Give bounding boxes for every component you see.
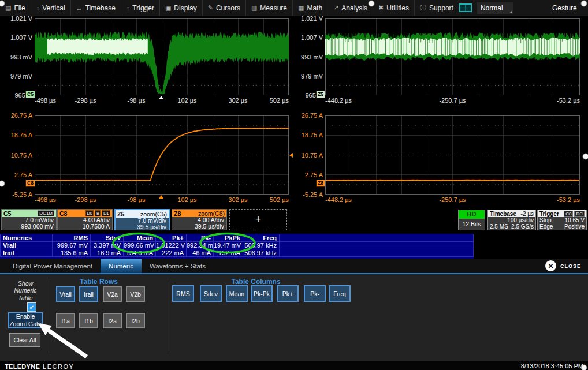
col-button-rms[interactable]: RMS	[172, 285, 194, 302]
clear-all-button[interactable]: Clear All	[9, 333, 40, 347]
trigger-time-marker[interactable]	[159, 96, 163, 99]
tab-digital-power-management[interactable]: Digital Power Management	[0, 259, 101, 273]
hd-label: HD	[459, 210, 485, 219]
close-label: CLOSE	[560, 263, 581, 269]
menu-item-analysis[interactable]: ↗Analysis	[328, 0, 373, 16]
dropdown-caret-icon	[509, 10, 512, 13]
numerics-value: 999.67 mV	[53, 242, 91, 249]
waveform-grid-z8[interactable]	[325, 115, 580, 195]
numerics-value: 506.97 kHz	[243, 242, 280, 249]
descriptor-c5[interactable]: C5DC1M7.0 mV/div-993.000 mV	[1, 209, 57, 230]
descriptor-z8[interactable]: Z8zoom(C8)4.00 A/div39.5 µs/div	[172, 209, 227, 230]
trace-id: C5	[3, 210, 11, 217]
row-button-vrail[interactable]: Vrail	[56, 286, 75, 302]
x-axis-tick: -250.7 µs	[430, 97, 476, 104]
menu-item-label: Analysis	[341, 4, 367, 12]
menu-item-label: Utilities	[386, 4, 409, 12]
descriptor-c8[interactable]: C8D0BD14.00 A/div-10.7500 A	[57, 209, 113, 230]
x-axis-tick: -298 µs	[62, 97, 109, 104]
gesture-label: Gesture	[552, 4, 577, 12]
menu-item-utilities[interactable]: ✖Utilities	[373, 0, 415, 16]
col-button-freq[interactable]: Freq	[329, 285, 351, 302]
col-button-pk-pk[interactable]: Pk-Pk	[251, 285, 273, 302]
row-button-v2a[interactable]: V2a	[103, 286, 122, 302]
waveform-grid-c8[interactable]	[35, 115, 289, 195]
timebase-scale: 100 µs/div	[507, 217, 534, 223]
col-button-mean[interactable]: Mean	[226, 285, 248, 302]
y-axis-tick: 1.007 V	[291, 34, 323, 41]
numerics-value: 134.6 mA	[124, 249, 156, 257]
numerics-col-header: Freq	[243, 234, 280, 242]
trigger-time-marker[interactable]	[159, 195, 163, 199]
descriptor-body: 4.00 A/div-10.7500 A	[58, 217, 112, 230]
show-numeric-table-checkbox[interactable]: ✔	[27, 302, 36, 312]
timebase-samples: 2.5 MS	[490, 223, 508, 230]
numerics-col-header: Pk+	[156, 234, 187, 242]
y-axis-tick: -5.25 A	[0, 191, 32, 198]
close-button[interactable]: ✕ CLOSE	[545, 259, 588, 273]
x-axis-tick: -98 µs	[113, 196, 159, 203]
trace-badge-z5[interactable]: Z5	[316, 91, 325, 98]
waveform-grid-z5[interactable]	[325, 18, 580, 95]
descriptor-z5[interactable]: Z5zoom(C5)7.0 mV/div39.5 µs/div	[114, 209, 170, 230]
support-icon: ⓘ	[420, 3, 426, 12]
trigger-coupling-badge: DC	[574, 211, 585, 217]
row-button-i1a[interactable]: I1a	[56, 313, 75, 328]
row-button-i1b[interactable]: I1b	[79, 313, 98, 328]
section-divider	[168, 279, 168, 353]
tab-waveforms-stats[interactable]: Waveforms + Stats	[142, 259, 214, 273]
x-axis-tick: 502 µs	[243, 97, 289, 104]
probe-badge: B	[95, 210, 101, 216]
probe-badge: D1	[102, 210, 110, 216]
x-axis-tick: 102 µs	[164, 196, 210, 203]
timebase-box[interactable]: Timebase -2 µs 100 µs/div 2.5 MS 2.5 GS/…	[487, 210, 536, 230]
col-button-sdev[interactable]: Sdev	[200, 285, 222, 302]
row-button-v2b[interactable]: V2b	[126, 286, 145, 302]
menu-item-display[interactable]: ▣Display	[160, 0, 203, 16]
menu-item-support[interactable]: ⓘSupport	[415, 0, 459, 16]
menu-item-trigger[interactable]: ↑Trigger	[121, 0, 160, 16]
trigger-type: Edge	[539, 223, 553, 230]
numerics-col-header: Pk-	[187, 234, 214, 242]
menu-item-file[interactable]: ▤File	[0, 0, 31, 16]
x-axis-tick: 102 µs	[164, 97, 210, 104]
row-button-i2b[interactable]: I2b	[126, 313, 145, 328]
x-axis-tick: -298 µs	[62, 196, 109, 203]
x-axis-tick: -98 µs	[113, 97, 159, 104]
numerics-row: Irail135.6 mA16.9 mA134.6 mA222 mA46 mA1…	[1, 249, 474, 257]
y-axis-tick: 993 mV	[291, 54, 323, 61]
menu-item-measure[interactable]: ▥Measure	[246, 0, 293, 16]
trigger-slope: Positive	[564, 223, 585, 230]
x-axis-tick: -250.7 µs	[430, 196, 476, 203]
menu-item-label: Display	[174, 4, 196, 12]
add-trace-button[interactable]: +	[229, 209, 287, 230]
trace-badge-c8[interactable]: C8	[25, 180, 35, 187]
hd-mode-box[interactable]: HD 12 Bits	[458, 210, 485, 230]
measure-icon: ▥	[251, 4, 257, 12]
analysis-icon: ↗	[333, 4, 338, 12]
section-divider	[50, 279, 50, 353]
menu-item-vertical[interactable]: ↕Vertical	[31, 0, 71, 16]
col-button-pk-[interactable]: Pk-	[304, 285, 326, 302]
waveform-grid-c5[interactable]	[35, 18, 289, 95]
enable-zoom-gate-button[interactable]: Enable Zoom+Gate	[8, 312, 43, 328]
table-rows-title: Table Rows	[70, 278, 128, 286]
numerics-value: 3.397 mV	[91, 242, 124, 249]
y-axis-tick: 26.75 A	[0, 112, 32, 119]
trace-badge-c5[interactable]: C5	[25, 91, 35, 98]
trigger-box[interactable]: Trigger C8 DC Stop 10.65 V Edge Positive	[537, 210, 587, 230]
menu-item-cursors[interactable]: ✎Cursors	[203, 0, 246, 16]
menu-item-label: Support	[429, 4, 453, 12]
display-mode-button[interactable]: Normal	[477, 2, 513, 14]
tab-numeric[interactable]: Numeric	[101, 259, 142, 273]
menu-item-timebase[interactable]: ↔Timebase	[71, 0, 121, 16]
row-button-irail[interactable]: Irail	[79, 286, 98, 302]
trace-badge-z8[interactable]: Z8	[316, 180, 325, 187]
grid-display-icon[interactable]	[459, 3, 472, 12]
display-icon: ▣	[165, 4, 171, 12]
col-button-pk+[interactable]: Pk+	[277, 285, 299, 302]
numerics-value: 999.66 mV	[124, 242, 156, 249]
table-columns-title: Table Columns	[221, 278, 291, 286]
menu-item-math[interactable]: ▦Math	[293, 0, 328, 16]
row-button-i2a[interactable]: I2a	[103, 313, 122, 328]
